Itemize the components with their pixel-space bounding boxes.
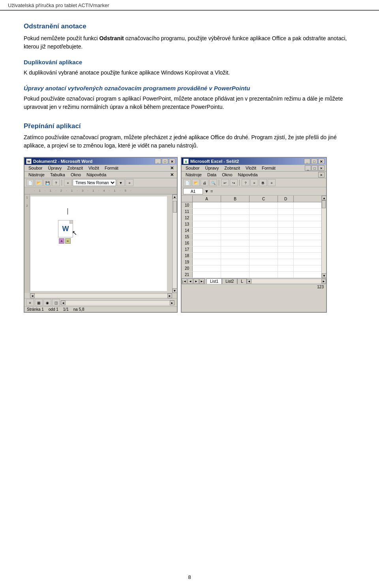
word-scrollbar-v[interactable]: ▲ ▼ (172, 194, 177, 293)
excel-tb-open[interactable]: 📂 (192, 179, 200, 186)
word-view-btns[interactable]: ≡ ▦ ◉ ◫ (26, 299, 60, 306)
excel-nav-prev[interactable]: ◄ (188, 278, 193, 284)
word-view-outline[interactable]: ◫ (52, 299, 60, 306)
word-tb-extra[interactable]: » (64, 179, 72, 186)
excel-tb-undo[interactable]: ↩ (221, 179, 229, 186)
excel-nav-next[interactable]: ► (193, 278, 199, 284)
word-scroll-down[interactable]: ▼ (173, 288, 177, 293)
word-tb-help[interactable]: ? (52, 179, 60, 186)
excel-col-b[interactable]: B (221, 196, 250, 202)
excel-menu-upravy[interactable]: Úpravy (203, 165, 221, 171)
excel-scrollbar-h[interactable]: ◄ ► (247, 279, 326, 284)
excel-tb-help[interactable]: ? (242, 179, 250, 186)
excel-menu-data[interactable]: Data (205, 172, 219, 177)
word-tb-open[interactable]: 📂 (35, 179, 43, 186)
excel-tab-nav[interactable]: |◄ ◄ ► ►| (182, 278, 205, 284)
excel-formula-bar[interactable]: A1 ▼ = (182, 187, 326, 196)
word-font-select[interactable]: Times New Roman (73, 179, 116, 186)
excel-corner-cell (182, 196, 193, 202)
word-view-print[interactable]: ▦ (35, 299, 43, 306)
word-bottom-scroll-right[interactable]: ► (170, 301, 174, 305)
word-controls[interactable]: _ □ ✕ (155, 159, 175, 164)
section-prepinani: Přepínání aplikací Zatímco používáte ozn… (24, 122, 355, 150)
excel-menu-vlozit[interactable]: Vložit (243, 165, 259, 171)
excel-scroll-left[interactable]: ◄ (247, 279, 251, 284)
word-doc-paper: W (58, 220, 73, 237)
word-menu-okno[interactable]: Okno (68, 172, 83, 177)
word-bottom-scroll-left[interactable]: ◄ (61, 301, 66, 305)
word-scroll-right[interactable]: ► (167, 293, 172, 298)
excel-menubar2-controls[interactable]: ✕ (318, 172, 325, 177)
excel-nav-first[interactable]: |◄ (182, 278, 187, 284)
excel-scroll-down[interactable]: ▼ (322, 273, 326, 278)
excel-sheet-tabs[interactable]: List1 List2 L (206, 278, 247, 284)
excel-inner-min[interactable]: _ (305, 165, 311, 171)
excel-name-box[interactable]: A1 (183, 188, 203, 194)
word-menu-tabulka[interactable]: Tabulka (48, 172, 68, 177)
word-menu-format[interactable]: Formát (102, 165, 121, 171)
word-menubar2-close[interactable]: ✕ (169, 172, 175, 177)
excel-minimize-btn[interactable]: _ (304, 159, 310, 164)
word-menu-nastroje[interactable]: Nástroje (26, 172, 47, 177)
word-menu-soubor[interactable]: Soubor (26, 165, 45, 171)
excel-tb-print[interactable]: 🖨 (201, 179, 208, 186)
word-menubar2[interactable]: Nástroje Tabulka Okno Nápověda ✕ (24, 172, 177, 178)
word-maximize-btn[interactable]: □ (162, 159, 168, 164)
excel-mb2-close[interactable]: ✕ (318, 172, 325, 177)
excel-inner-close[interactable]: ✕ (318, 165, 325, 171)
excel-tb-more[interactable]: » (250, 179, 258, 186)
excel-menu-format[interactable]: Formát (259, 165, 278, 171)
word-scroll-up[interactable]: ▲ (173, 194, 177, 199)
excel-close-btn[interactable]: ✕ (318, 159, 325, 164)
word-view-web[interactable]: ◉ (43, 299, 51, 306)
word-toolbar[interactable]: 📄 📂 💾 ? » Times New Roman ▼ » (24, 178, 177, 187)
excel-controls[interactable]: _ □ ✕ (304, 159, 325, 164)
word-minimize-btn[interactable]: _ (155, 159, 161, 164)
excel-menu-soubor[interactable]: Soubor (183, 165, 202, 171)
excel-menubar2[interactable]: Nástroje Data Okno Nápověda ✕ (182, 172, 326, 178)
excel-toolbar[interactable]: 📄 📂 🖨 🔍 ↩ ↪ ? » B » (182, 178, 326, 187)
excel-maximize-btn[interactable]: □ (311, 159, 317, 164)
excel-scrollbar-v[interactable]: ▲ ▼ (321, 196, 326, 278)
word-scroll-thumb-v[interactable] (173, 201, 177, 213)
excel-col-c[interactable]: C (250, 196, 278, 202)
word-menu-napoveda[interactable]: Nápověda (84, 172, 109, 177)
excel-menu-okno[interactable]: Okno (220, 172, 235, 177)
word-view-normal[interactable]: ≡ (26, 299, 34, 306)
word-menu-zobrazit[interactable]: Zobrazit (65, 165, 85, 171)
excel-col-a[interactable]: A (193, 196, 221, 202)
excel-tb-redo[interactable]: ↪ (230, 179, 238, 186)
excel-menu-nastroje[interactable]: Nástroje (183, 172, 204, 177)
excel-menu-zobrazit[interactable]: Zobrazit (222, 165, 242, 171)
word-tb-fontarrow[interactable]: ▼ (117, 179, 125, 186)
excel-menu-napoveda[interactable]: Nápověda (236, 172, 260, 177)
word-tb-save[interactable]: 💾 (43, 179, 51, 186)
excel-tab-l[interactable]: L (237, 278, 247, 284)
excel-tb-new[interactable]: 📄 (183, 179, 191, 186)
excel-scroll-up[interactable]: ▲ (322, 196, 326, 200)
excel-scroll-thumb-v[interactable] (322, 200, 326, 208)
word-scrollbar-h[interactable]: ◄ ► (30, 293, 172, 298)
word-menu-upravy[interactable]: Úpravy (45, 165, 64, 171)
excel-tb-bold[interactable]: B (259, 179, 267, 186)
word-close-btn[interactable]: ✕ (169, 159, 175, 164)
excel-tb-morebtns[interactable]: » (268, 179, 276, 186)
word-bottom-scroll[interactable]: ◄ ► (61, 300, 174, 305)
word-menubar-close[interactable]: ✕ (169, 166, 175, 171)
excel-tab-list2[interactable]: List2 (222, 278, 237, 284)
excel-tb-preview[interactable]: 🔍 (209, 179, 217, 186)
excel-scroll-right[interactable]: ► (321, 279, 326, 284)
excel-tab-list1[interactable]: List1 (206, 278, 222, 284)
word-tb-more[interactable]: » (126, 179, 133, 186)
word-menubar1[interactable]: Soubor Úpravy Zobrazit Vložit Formát ✕ (24, 165, 177, 172)
word-scroll-left[interactable]: ◄ (30, 293, 35, 298)
excel-col-d[interactable]: D (278, 196, 294, 202)
word-tb-new[interactable]: 📄 (26, 179, 34, 186)
excel-inner-max[interactable]: □ (311, 165, 318, 171)
excel-nav-last[interactable]: ►| (199, 278, 205, 284)
excel-menubar1[interactable]: Soubor Úpravy Zobrazit Vložit Formát _ □… (182, 165, 326, 172)
word-menu-vlozit[interactable]: Vložit (86, 165, 101, 171)
excel-inner-controls[interactable]: _ □ ✕ (305, 165, 325, 171)
excel-bottom-area[interactable]: |◄ ◄ ► ►| List1 List2 L ◄ ► (182, 278, 326, 284)
excel-row-16: 16 (182, 240, 321, 246)
